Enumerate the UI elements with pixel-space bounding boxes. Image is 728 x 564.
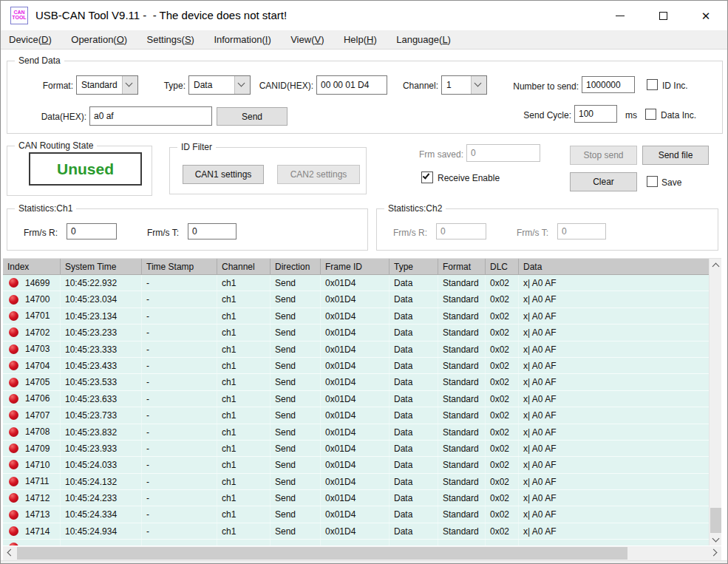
horizontal-scroll-thumb[interactable] bbox=[17, 547, 627, 560]
minimize-button[interactable] bbox=[602, 1, 639, 30]
record-dot-icon bbox=[9, 543, 18, 546]
stop-send-button[interactable]: Stop send bbox=[570, 146, 637, 165]
can-routing-legend: CAN Routing State bbox=[15, 140, 97, 151]
canid-input[interactable] bbox=[316, 75, 387, 95]
receive-enable-checkbox[interactable] bbox=[421, 171, 433, 183]
routing-state: Unused bbox=[57, 160, 114, 178]
close-icon: ✕ bbox=[701, 10, 711, 21]
menu-device[interactable]: Device(D) bbox=[1, 30, 60, 50]
vertical-scrollbar[interactable] bbox=[709, 259, 721, 546]
id-filter-group: ID Filter CAN1 settings CAN2 settings bbox=[169, 147, 367, 194]
column-header[interactable]: Data bbox=[519, 259, 709, 274]
id-inc-checkbox[interactable] bbox=[647, 79, 658, 90]
table-row[interactable]: 1470710:45:23.733-ch1Send0x01D4DataStand… bbox=[3, 407, 709, 424]
table-row[interactable]: 1470610:45:23.633-ch1Send0x01D4DataStand… bbox=[3, 391, 709, 407]
table-row[interactable]: 1470810:45:23.832-ch1Send0x01D4DataStand… bbox=[3, 424, 709, 441]
table-row-partial[interactable] bbox=[3, 540, 709, 546]
can1-settings-button[interactable]: CAN1 settings bbox=[183, 165, 264, 184]
record-dot-icon bbox=[9, 361, 18, 370]
scroll-down-button[interactable] bbox=[710, 534, 721, 546]
column-header[interactable]: Frame ID bbox=[321, 259, 389, 274]
app-window: CAN TOOL USB-CAN Tool V9.11 - - The devi… bbox=[0, 0, 728, 564]
routing-state-box: Unused bbox=[29, 152, 142, 186]
table-row[interactable]: 1471010:45:24.033-ch1Send0x01D4DataStand… bbox=[3, 457, 709, 473]
close-button[interactable]: ✕ bbox=[687, 1, 724, 30]
vertical-scroll-thumb[interactable] bbox=[710, 508, 721, 533]
record-dot-icon bbox=[9, 526, 18, 536]
format-dropdown-button[interactable] bbox=[122, 76, 137, 94]
table-header: IndexSystem TimeTime StampChannelDirecti… bbox=[3, 259, 709, 275]
send-button[interactable]: Send bbox=[217, 107, 288, 126]
ch2-frms-t-label: Frm/s T: bbox=[503, 228, 548, 238]
menu-information[interactable]: Information(I) bbox=[205, 30, 279, 50]
menu-help[interactable]: Help(H) bbox=[336, 30, 385, 50]
table-row[interactable]: 1471210:45:24.233-ch1Send0x01D4DataStand… bbox=[3, 490, 709, 506]
type-dropdown-button[interactable] bbox=[234, 76, 250, 94]
record-dot-icon bbox=[9, 344, 18, 354]
app-icon: CAN TOOL bbox=[10, 7, 28, 24]
column-header[interactable]: System Time bbox=[61, 259, 142, 274]
statistics-ch2-legend: Statistics:Ch2 bbox=[384, 203, 446, 214]
column-header[interactable]: DLC bbox=[486, 259, 519, 274]
table-row[interactable]: 1470910:45:23.933-ch1Send0x01D4DataStand… bbox=[3, 441, 709, 457]
table-row[interactable]: 1471410:45:24.934-ch1Send0x01D4DataStand… bbox=[3, 523, 709, 540]
table-row[interactable]: 1470110:45:23.134-ch1Send0x01D4DataStand… bbox=[3, 308, 709, 325]
table-row[interactable]: 1471310:45:24.334-ch1Send0x01D4DataStand… bbox=[3, 506, 709, 523]
menu-operation[interactable]: Operation(O) bbox=[63, 30, 135, 50]
format-label: Format: bbox=[27, 81, 73, 91]
send-file-button[interactable]: Send file bbox=[642, 146, 709, 165]
column-header[interactable]: Time Stamp bbox=[142, 259, 217, 274]
menu-language[interactable]: Language(L) bbox=[388, 30, 459, 50]
record-dot-icon bbox=[9, 477, 18, 486]
statistics-ch1-group: Statistics:Ch1 Frm/s R: Frm/s T: bbox=[7, 208, 368, 251]
statistics-ch2-group: Statistics:Ch2 Frm/s R: Frm/s T: bbox=[376, 208, 718, 251]
data-hex-input[interactable] bbox=[89, 106, 212, 126]
menu-bar: Device(D) Operation(O) Settings(S) Infor… bbox=[1, 30, 727, 50]
table-row[interactable]: 1470310:45:23.333-ch1Send0x01D4DataStand… bbox=[3, 342, 709, 358]
menu-settings[interactable]: Settings(S) bbox=[139, 30, 203, 50]
table-row[interactable]: 1470510:45:23.533-ch1Send0x01D4DataStand… bbox=[3, 374, 709, 390]
scroll-up-button[interactable] bbox=[710, 259, 721, 271]
record-dot-icon bbox=[9, 394, 18, 404]
channel-label: Channel: bbox=[397, 81, 438, 91]
table-row[interactable]: 1470410:45:23.433-ch1Send0x01D4DataStand… bbox=[3, 358, 709, 374]
channel-select[interactable]: 1 bbox=[441, 75, 487, 95]
table-row[interactable]: 1471110:45:24.132-ch1Send0x01D4DataStand… bbox=[3, 474, 709, 490]
scroll-left-button[interactable] bbox=[3, 546, 16, 560]
ch2-frms-t-value bbox=[557, 223, 606, 239]
frm-saved-input bbox=[466, 144, 540, 162]
horizontal-scrollbar[interactable] bbox=[3, 546, 721, 560]
menu-view[interactable]: View(V) bbox=[282, 30, 332, 50]
window-title: USB-CAN Tool V9.11 - - The device does n… bbox=[35, 9, 287, 21]
ms-label: ms bbox=[625, 110, 637, 120]
record-dot-icon bbox=[9, 311, 18, 321]
send-cycle-input[interactable] bbox=[574, 105, 617, 123]
column-header[interactable]: Direction bbox=[271, 259, 321, 274]
number-to-send-label: Number to send: bbox=[503, 81, 579, 92]
app-icon-text-bottom: TOOL bbox=[11, 15, 27, 20]
type-select[interactable]: Data bbox=[188, 75, 251, 95]
clear-button[interactable]: Clear bbox=[570, 172, 637, 191]
column-header[interactable]: Format bbox=[438, 259, 486, 274]
can2-settings-button[interactable]: CAN2 settings bbox=[277, 165, 360, 184]
data-inc-checkbox[interactable] bbox=[645, 109, 656, 120]
table-row[interactable]: 1470010:45:23.034-ch1Send0x01D4DataStand… bbox=[3, 291, 709, 308]
channel-dropdown-button[interactable] bbox=[471, 76, 486, 94]
save-checkbox[interactable] bbox=[647, 176, 658, 187]
scroll-right-button[interactable] bbox=[709, 546, 721, 560]
record-dot-icon bbox=[9, 278, 18, 288]
table-row[interactable]: 1469910:45:22.932-ch1Send0x01D4DataStand… bbox=[3, 275, 709, 291]
format-select[interactable]: Standard bbox=[76, 75, 138, 95]
maximize-button[interactable] bbox=[644, 1, 681, 30]
id-inc-label: ID Inc. bbox=[662, 81, 688, 91]
column-header[interactable]: Index bbox=[3, 259, 61, 274]
number-to-send-input[interactable] bbox=[582, 76, 635, 93]
column-header[interactable]: Type bbox=[389, 259, 438, 274]
table-row[interactable]: 1470210:45:23.233-ch1Send0x01D4DataStand… bbox=[3, 325, 709, 341]
column-header[interactable]: Channel bbox=[217, 259, 271, 274]
record-dot-icon bbox=[9, 295, 18, 305]
data-inc-label: Data Inc. bbox=[661, 110, 696, 120]
chevron-down-icon bbox=[712, 535, 720, 543]
record-dot-icon bbox=[9, 510, 18, 520]
can-routing-group: CAN Routing State Unused bbox=[7, 146, 152, 196]
